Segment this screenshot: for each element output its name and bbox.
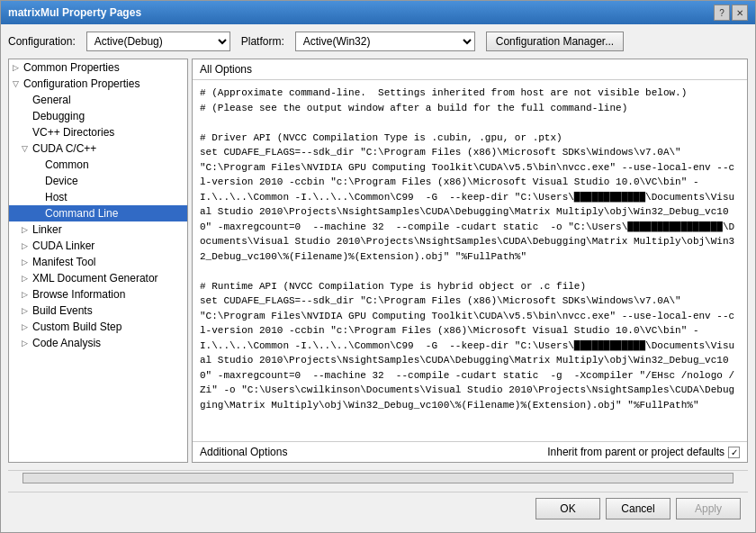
tree-arrow-config-props: ▽ — [13, 79, 22, 88]
tree-arrow-xml-doc: ▷ — [22, 274, 31, 283]
tree-label-custom-build: Custom Build Step — [32, 321, 122, 333]
platform-select[interactable]: Active(Win32) — [295, 32, 475, 51]
tree-item-common-props[interactable]: ▷Common Properties — [9, 59, 187, 76]
platform-label: Platform: — [241, 35, 284, 48]
bottom-bar: OK Cancel Apply — [8, 492, 748, 525]
tree-item-cuda-linker[interactable]: ▷CUDA Linker — [9, 238, 187, 254]
tree-item-common[interactable]: Common — [9, 157, 187, 173]
tree-item-general[interactable]: General — [9, 92, 187, 108]
tree-label-config-props: Configuration Properties — [23, 77, 140, 90]
tree-item-linker[interactable]: ▷Linker — [9, 221, 187, 238]
tree-arrow-cuda-linker: ▷ — [22, 241, 31, 250]
tree-item-xml-doc[interactable]: ▷XML Document Generator — [9, 270, 187, 286]
tree-label-command-line: Command Line — [45, 207, 118, 220]
config-manager-button[interactable]: Configuration Manager... — [486, 32, 624, 51]
tree-label-vc-dirs: VC++ Directories — [32, 126, 114, 139]
tree-arrow-common-props: ▷ — [13, 63, 22, 72]
tree-item-command-line[interactable]: Command Line — [9, 205, 187, 221]
tree-label-debugging: Debugging — [32, 110, 85, 122]
tree-item-config-props[interactable]: ▽Configuration Properties — [9, 76, 187, 92]
tree-panel[interactable]: ▷Common Properties▽Configuration Propert… — [8, 59, 188, 463]
tree-label-cuda-linker: CUDA Linker — [32, 239, 94, 252]
tree-arrow-linker: ▷ — [22, 225, 31, 234]
tree-item-device[interactable]: Device — [9, 173, 187, 189]
config-row: Configuration: Active(Debug) Platform: A… — [8, 32, 748, 51]
tree-label-browse-info: Browse Information — [32, 288, 125, 301]
tree-arrow-manifest-tool: ▷ — [22, 257, 31, 266]
tree-arrow-code-analysis: ▷ — [22, 339, 31, 348]
tree-item-cuda-cpp[interactable]: ▽CUDA C/C++ — [9, 140, 187, 157]
tree-label-code-analysis: Code Analysis — [32, 337, 101, 349]
tree-label-linker: Linker — [32, 223, 62, 236]
tree-arrow-custom-build: ▷ — [22, 322, 31, 331]
tree-label-common-props: Common Properties — [23, 61, 120, 74]
tree-label-xml-doc: XML Document Generator — [32, 272, 158, 285]
tree-item-host[interactable]: Host — [9, 189, 187, 205]
additional-options-label: Additional Options — [200, 446, 287, 458]
inherit-section: Inherit from parent or project defaults … — [547, 446, 740, 458]
close-button[interactable]: ✕ — [732, 5, 748, 21]
tree-item-code-analysis[interactable]: ▷Code Analysis — [9, 335, 187, 351]
ok-button[interactable]: OK — [536, 498, 600, 519]
tree-arrow-browse-info: ▷ — [22, 290, 31, 299]
config-select[interactable]: Active(Debug) — [86, 32, 230, 51]
window-title: matrixMul Property Pages — [8, 6, 141, 19]
right-panel: All Options # (Approximate command-line.… — [192, 59, 748, 463]
tree-label-general: General — [32, 94, 71, 106]
tree-label-common: Common — [45, 158, 89, 171]
options-content: # (Approximate command-line. Settings in… — [193, 80, 747, 441]
title-bar: matrixMul Property Pages ? ✕ — [1, 1, 755, 24]
tree-label-manifest-tool: Manifest Tool — [32, 256, 95, 268]
inherit-label: Inherit from parent or project defaults — [547, 446, 724, 458]
tree-item-custom-build[interactable]: ▷Custom Build Step — [9, 319, 187, 335]
tree-label-build-events: Build Events — [32, 304, 93, 317]
help-button[interactable]: ? — [714, 5, 730, 21]
tree-item-browse-info[interactable]: ▷Browse Information — [9, 286, 187, 303]
apply-button[interactable]: Apply — [676, 498, 741, 519]
main-window: matrixMul Property Pages ? ✕ Configurati… — [0, 0, 756, 533]
tree-label-device: Device — [45, 175, 78, 187]
tree-arrow-cuda-cpp: ▽ — [22, 144, 31, 153]
additional-options-bar: Additional Options Inherit from parent o… — [193, 441, 747, 462]
scroll-track[interactable] — [22, 473, 734, 483]
title-bar-controls: ? ✕ — [714, 5, 748, 21]
inherit-checkbox[interactable]: ✓ — [728, 447, 740, 458]
main-area: ▷Common Properties▽Configuration Propert… — [8, 59, 748, 463]
right-panel-header: All Options — [193, 59, 747, 80]
tree-label-cuda-cpp: CUDA C/C++ — [32, 142, 96, 155]
tree-item-debugging[interactable]: Debugging — [9, 108, 187, 124]
tree-arrow-build-events: ▷ — [22, 306, 31, 315]
tree-item-build-events[interactable]: ▷Build Events — [9, 303, 187, 319]
tree-label-host: Host — [45, 191, 68, 203]
cancel-button[interactable]: Cancel — [606, 498, 670, 519]
tree-item-manifest-tool[interactable]: ▷Manifest Tool — [9, 254, 187, 270]
config-label: Configuration: — [8, 35, 76, 48]
window-content: Configuration: Active(Debug) Platform: A… — [1, 24, 755, 532]
tree-item-vc-dirs[interactable]: VC++ Directories — [9, 124, 187, 140]
horizontal-scrollbar[interactable] — [8, 470, 748, 484]
